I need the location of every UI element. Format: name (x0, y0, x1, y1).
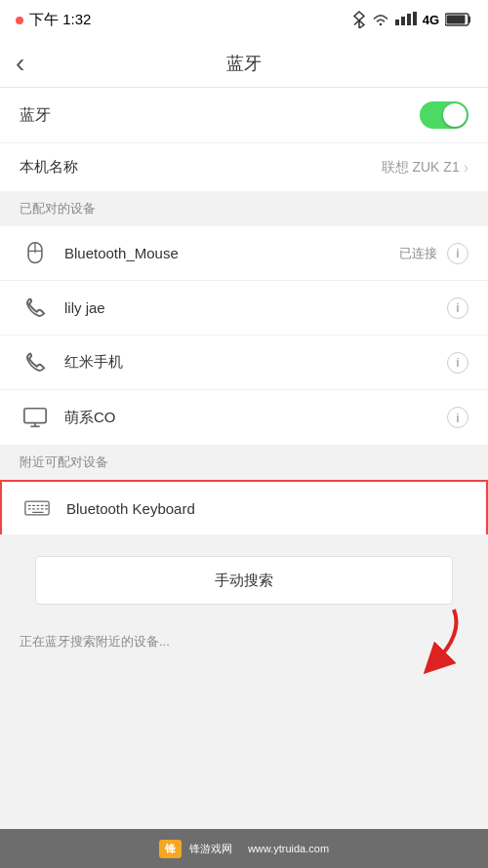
searching-text: 正在蓝牙搜索附近的设备... (20, 634, 170, 649)
status-dot (16, 12, 25, 27)
svg-rect-5 (447, 16, 466, 24)
status-time: 下午 1:32 (29, 11, 91, 29)
mengxi-device-name: 萌系CO (64, 409, 447, 427)
paired-device-redmi[interactable]: 红米手机 i (0, 335, 488, 390)
watermark-site: www.ytruida.com (248, 843, 329, 854)
bluetooth-label: 蓝牙 (20, 105, 51, 126)
mouse-icon (20, 238, 51, 269)
redmi-info-button[interactable]: i (447, 352, 468, 374)
redmi-device-name: 红米手机 (64, 353, 447, 372)
lily-device-name: lily jae (64, 299, 447, 316)
mengxi-info-button[interactable]: i (447, 407, 468, 428)
device-name-value: 联想 ZUK Z1 › (382, 159, 468, 177)
phone-icon-lily (20, 293, 51, 324)
paired-devices-list: Bluetooth_Mouse 已连接 i lily jae i 红米手机 i (0, 226, 488, 445)
bottom-hint: 正在蓝牙搜索附近的设备... (0, 626, 488, 654)
battery-icon (445, 13, 472, 26)
nearby-section-header: 附近可配对设备 (0, 445, 488, 480)
nearby-section-label: 附近可配对设备 (20, 454, 108, 471)
mouse-device-status: 已连接 (399, 245, 437, 262)
phone-icon-redmi (20, 347, 51, 378)
lily-info-button[interactable]: i (447, 297, 468, 319)
svg-rect-9 (24, 409, 46, 423)
paired-device-mengxi[interactable]: 萌系CO i (0, 390, 488, 445)
paired-section-header: 已配对的设备 (0, 191, 488, 226)
device-name-label: 本机名称 (20, 158, 78, 177)
status-bar: 下午 1:32 4G (0, 0, 488, 39)
page-title: 蓝牙 (226, 52, 262, 75)
svg-rect-1 (401, 17, 405, 25)
manual-search-label: 手动搜索 (215, 572, 273, 590)
paired-device-lily[interactable]: lily jae i (0, 281, 488, 335)
mouse-device-name: Bluetooth_Mouse (64, 245, 399, 261)
device-name-row[interactable]: 本机名称 联想 ZUK Z1 › (0, 142, 488, 191)
network-type: 4G (423, 13, 439, 27)
watermark-logo: 锋 (159, 840, 182, 858)
keyboard-device-name: Bluetooth Keyboard (66, 500, 467, 517)
page-header: ‹ 蓝牙 (0, 39, 488, 88)
keyboard-icon (21, 493, 53, 524)
watermark-bar: 锋 锋游戏网 www.ytruida.com (0, 829, 488, 868)
manual-search-area: 手动搜索 (0, 534, 488, 626)
svg-rect-2 (407, 14, 411, 25)
nearby-devices-list: Bluetooth Keyboard (0, 480, 488, 534)
mouse-info-button[interactable]: i (447, 243, 468, 264)
device-name-text: 联想 ZUK Z1 (382, 159, 460, 177)
chevron-icon: › (464, 159, 468, 177)
svg-rect-0 (395, 20, 399, 25)
bluetooth-toggle[interactable] (420, 101, 468, 129)
bluetooth-toggle-row: 蓝牙 (0, 88, 488, 142)
svg-rect-3 (413, 12, 417, 25)
monitor-icon (20, 402, 51, 433)
wifi-icon (372, 13, 389, 26)
toggle-knob (443, 103, 467, 127)
watermark-text: 锋游戏网 (189, 842, 232, 856)
back-button[interactable]: ‹ (16, 48, 24, 79)
nearby-device-keyboard[interactable]: Bluetooth Keyboard (0, 480, 488, 534)
status-icons: 4G (352, 11, 472, 28)
bluetooth-status-icon (352, 11, 366, 28)
paired-device-mouse[interactable]: Bluetooth_Mouse 已连接 i (0, 226, 488, 281)
signal-bars (395, 12, 417, 28)
manual-search-button[interactable]: 手动搜索 (35, 556, 453, 605)
paired-section-label: 已配对的设备 (20, 200, 96, 217)
